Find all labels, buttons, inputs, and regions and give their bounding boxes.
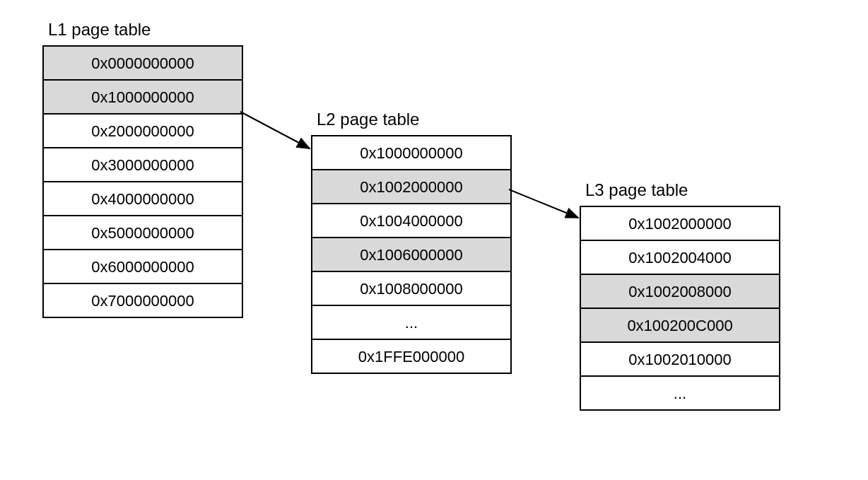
l3-row-3: 0x100200C000 — [581, 309, 779, 343]
l2-row-1: 0x1002000000 — [312, 170, 510, 204]
l1-row-4: 0x4000000000 — [44, 182, 242, 216]
l3-row-4: 0x1002010000 — [581, 343, 779, 377]
l1-row-1: 0x1000000000 — [44, 81, 242, 115]
l2-row-4: 0x1008000000 — [312, 272, 510, 306]
l2-row-2: 0x1004000000 — [312, 204, 510, 238]
l1-row-5: 0x5000000000 — [44, 216, 242, 250]
l3-page-table: L3 page table 0x10020000000x10020040000x… — [580, 180, 780, 411]
l2-row-3: 0x1006000000 — [312, 238, 510, 272]
l1-title: L1 page table — [42, 20, 243, 40]
l2-page-table: L2 page table 0x10000000000x10020000000x… — [311, 110, 512, 374]
l2-row-0: 0x1000000000 — [312, 136, 510, 170]
l1-row-3: 0x3000000000 — [44, 148, 242, 182]
l2-row-6: 0x1FFE000000 — [312, 340, 510, 374]
l3-row-2: 0x1002008000 — [581, 275, 779, 309]
l1-row-7: 0x7000000000 — [44, 284, 242, 318]
l1-row-6: 0x6000000000 — [44, 250, 242, 284]
l3-row-0: 0x1002000000 — [581, 207, 779, 241]
l1-row-0: 0x0000000000 — [44, 47, 242, 81]
arrow-l2-to-l3 — [509, 189, 578, 218]
l2-rows: 0x10000000000x10020000000x10040000000x10… — [311, 135, 512, 374]
l1-rows: 0x00000000000x10000000000x20000000000x30… — [42, 45, 243, 318]
l1-page-table: L1 page table 0x00000000000x10000000000x… — [42, 20, 243, 318]
l3-row-5: ... — [581, 377, 779, 411]
l3-row-1: 0x1002004000 — [581, 241, 779, 275]
l2-title: L2 page table — [311, 110, 512, 129]
l2-row-5: ... — [312, 306, 510, 340]
l3-rows: 0x10020000000x10020040000x10020080000x10… — [580, 206, 780, 411]
l1-row-2: 0x2000000000 — [44, 115, 242, 148]
l3-title: L3 page table — [580, 180, 780, 200]
arrow-l1-to-l2 — [240, 112, 310, 148]
